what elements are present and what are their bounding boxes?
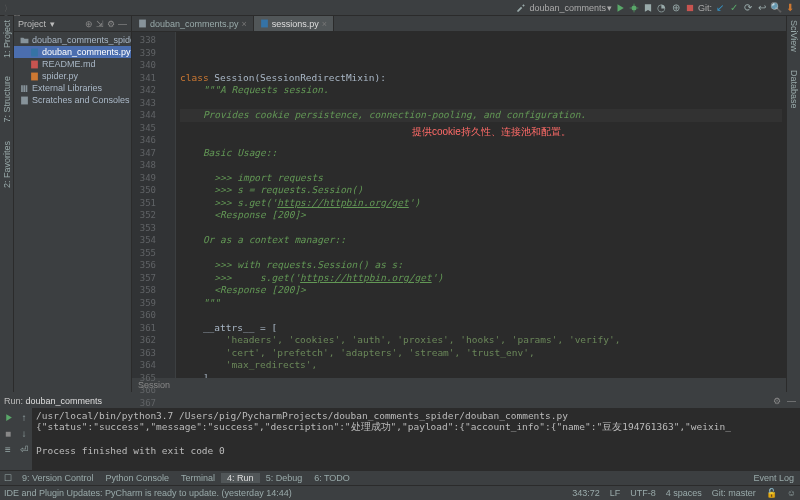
gear-icon[interactable]: ⚙ <box>773 396 781 406</box>
tree-external-libs[interactable]: External Libraries <box>14 82 131 94</box>
tool-version-control[interactable]: 9: Version Control <box>16 473 100 483</box>
wrap-icon[interactable]: ⏎ <box>18 443 30 455</box>
git-label: Git: <box>698 3 712 13</box>
tree-file-readme[interactable]: README.md <box>14 58 131 70</box>
run-config-name: douban_comments <box>26 396 103 406</box>
editor-breadcrumbs[interactable]: Session <box>132 378 786 392</box>
tool-event-log[interactable]: Event Log <box>747 473 800 483</box>
hide-icon[interactable]: — <box>118 19 127 29</box>
ide-update-icon[interactable]: ⬇ <box>784 2 796 14</box>
tree-file-spider[interactable]: spider.py <box>14 70 131 82</box>
line-gutter[interactable]: 338 339 340 341 342 343 344 345 346 347 … <box>132 32 162 378</box>
hector-icon[interactable]: ☺ <box>787 488 796 498</box>
up-icon[interactable]: ↑ <box>18 411 30 423</box>
git-update-icon[interactable]: ↙ <box>714 2 726 14</box>
rerun-icon[interactable] <box>2 411 14 423</box>
editor-tab[interactable]: douban_comments.py × <box>132 16 254 31</box>
git-commit-icon[interactable]: ✓ <box>728 2 740 14</box>
project-header: Project <box>18 19 46 29</box>
hide-icon[interactable]: — <box>787 396 796 406</box>
editor-tabs: douban_comments.py ×sessions.py × <box>132 16 786 32</box>
stop-icon[interactable]: ■ <box>2 427 14 439</box>
structure-tool-button[interactable]: 7: Structure <box>2 76 12 123</box>
coverage-icon[interactable] <box>642 2 654 14</box>
lock-icon[interactable]: 🔓 <box>766 488 777 498</box>
search-icon[interactable]: 🔍 <box>770 2 782 14</box>
run-tool-window: Run: douban_comments ⚙ — ■ ≡ ↑ ↓ ⏎ /usr/… <box>0 392 800 470</box>
markdown-file-icon <box>30 60 39 69</box>
tool-todo[interactable]: 6: TODO <box>308 473 356 483</box>
right-toolwindow-strip: SciView Database <box>786 16 800 392</box>
tool-python-console[interactable]: Python Console <box>100 473 176 483</box>
marker-gutter[interactable] <box>162 32 176 378</box>
console-output[interactable]: /usr/local/bin/python3.7 /Users/pig/Pych… <box>32 408 800 470</box>
tree-file-douban[interactable]: douban_comments.py <box>14 46 131 58</box>
translation-overlay: 提供cookie持久性、连接池和配置。 <box>412 125 571 139</box>
svg-rect-2 <box>687 4 693 10</box>
sciview-tool-button[interactable]: SciView <box>789 20 799 52</box>
down-icon[interactable]: ↓ <box>18 427 30 439</box>
tool-terminal[interactable]: Terminal <box>175 473 221 483</box>
project-tool-button[interactable]: 1: Project <box>2 20 12 58</box>
svg-point-1 <box>631 5 636 10</box>
database-tool-button[interactable]: Database <box>789 70 799 109</box>
run-side-toolbar-2: ↑ ↓ ⏎ <box>16 408 32 470</box>
svg-rect-4 <box>31 60 38 68</box>
run-config-selector[interactable]: douban_comments ▾ <box>529 3 612 13</box>
project-tree[interactable]: douban_comments_spide douban_comments.py… <box>14 32 131 108</box>
layout-icon[interactable]: ≡ <box>2 443 14 455</box>
caret-position[interactable]: 343:72 <box>572 488 600 498</box>
svg-rect-6 <box>21 96 28 104</box>
python-file-icon <box>30 72 39 81</box>
collapse-all-icon[interactable]: ⇲ <box>96 19 104 29</box>
status-bar: IDE and Plugin Updates: PyCharm is ready… <box>0 485 800 500</box>
scratch-icon <box>20 96 29 105</box>
run-icon[interactable] <box>614 2 626 14</box>
svg-rect-5 <box>31 72 38 80</box>
tree-root[interactable]: douban_comments_spide <box>14 34 131 46</box>
library-icon <box>20 84 29 93</box>
navigation-bar: Library〉Frameworks〉Python.framework〉Vers… <box>0 0 800 16</box>
debug-icon[interactable] <box>628 2 640 14</box>
status-message[interactable]: IDE and Plugin Updates: PyCharm is ready… <box>4 488 292 498</box>
indent-status[interactable]: 4 spaces <box>666 488 702 498</box>
favorites-tool-button[interactable]: 2: Favorites <box>2 141 12 188</box>
line-separator[interactable]: LF <box>610 488 621 498</box>
git-branch[interactable]: Git: master <box>712 488 756 498</box>
profiler-icon[interactable]: ◔ <box>656 2 668 14</box>
attach-icon[interactable]: ⊕ <box>670 2 682 14</box>
svg-rect-7 <box>139 20 146 28</box>
editor-tab[interactable]: sessions.py × <box>254 16 334 31</box>
stop-icon[interactable] <box>684 2 696 14</box>
git-revert-icon[interactable]: ↩ <box>756 2 768 14</box>
breadcrumb-item[interactable]: 3.7 <box>4 0 87 2</box>
status-indicator-icon[interactable]: ☐ <box>0 473 16 483</box>
left-toolwindow-strip: 1: Project 7: Structure 2: Favorites <box>0 16 14 392</box>
file-encoding[interactable]: UTF-8 <box>630 488 656 498</box>
run-side-toolbar: ■ ≡ <box>0 408 16 470</box>
hammer-icon[interactable] <box>515 2 527 14</box>
select-opened-file-icon[interactable]: ⊕ <box>85 19 93 29</box>
tool-run[interactable]: 4: Run <box>221 473 260 483</box>
tool-debug[interactable]: 5: Debug <box>260 473 309 483</box>
svg-rect-3 <box>31 48 38 56</box>
svg-rect-8 <box>261 20 268 28</box>
gear-icon[interactable]: ⚙ <box>107 19 115 29</box>
project-tool-window: Project ▾ ⊕ ⇲ ⚙ — douban_comments_spide … <box>14 16 132 392</box>
run-title-prefix: Run: <box>4 396 23 406</box>
bottom-tool-bar: ☐ 9: Version Control Python Console Term… <box>0 470 800 485</box>
git-history-icon[interactable]: ⟳ <box>742 2 754 14</box>
python-file-icon <box>30 48 39 57</box>
code-area[interactable]: class Session(SessionRedirectMixin): """… <box>176 32 786 378</box>
folder-icon <box>20 36 29 45</box>
tree-scratches[interactable]: Scratches and Consoles <box>14 94 131 106</box>
